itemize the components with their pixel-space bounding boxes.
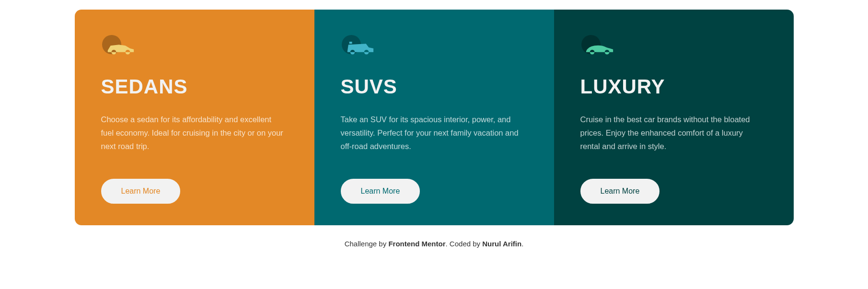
attribution-middle: . Coded by [446,240,483,248]
card-row: Sedans Choose a sedan for its affordabil… [75,10,794,225]
card-title: Luxury [580,75,765,98]
learn-more-button[interactable]: Learn More [101,179,181,204]
attribution-coder-link[interactable]: Nurul Arifin [482,240,521,248]
card-luxury: Luxury Cruise in the best car brands wit… [554,10,794,225]
sedan-car-icon [101,36,135,56]
attribution-suffix: . [521,240,523,248]
attribution-prefix: Challenge by [345,240,389,248]
attribution: Challenge by Frontend Mentor. Coded by N… [345,240,524,257]
card-sedans: Sedans Choose a sedan for its affordabil… [75,10,314,225]
card-description: Choose a sedan for its affordability and… [101,113,286,153]
card-title: Sedans [101,75,286,98]
card-title: SUVs [341,75,525,98]
card-description: Take an SUV for its spacious interior, p… [341,113,525,153]
card-suvs: SUVs Take an SUV for its spacious interi… [314,10,554,225]
card-description: Cruise in the best car brands without th… [580,113,765,153]
learn-more-button[interactable]: Learn More [580,179,660,204]
learn-more-button[interactable]: Learn More [341,179,420,204]
luxury-car-icon [580,36,614,56]
suv-car-icon [341,36,374,56]
attribution-challenge-link[interactable]: Frontend Mentor [388,240,445,248]
